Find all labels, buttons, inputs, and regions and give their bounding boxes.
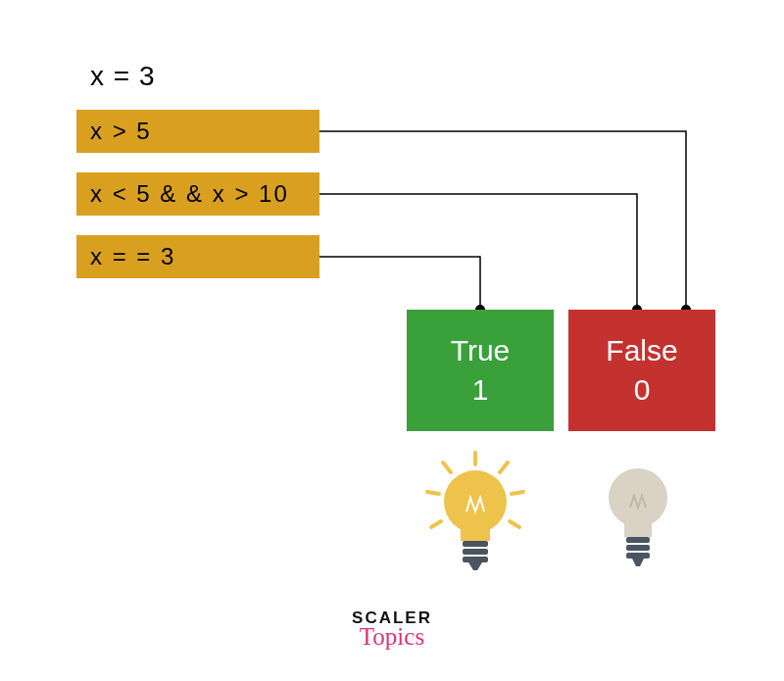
svg-rect-17 [626, 553, 650, 559]
svg-point-14 [609, 468, 667, 527]
svg-line-4 [443, 462, 451, 472]
svg-rect-15 [626, 537, 650, 543]
lightbulb-on-icon [421, 451, 529, 578]
svg-line-8 [431, 521, 441, 527]
svg-line-9 [510, 521, 519, 527]
svg-line-5 [500, 462, 508, 472]
diagram-canvas: x = 3 x > 5 x < 5 & & x > 10 x = = 3 Tru… [0, 0, 784, 681]
svg-rect-16 [626, 545, 650, 551]
brand-logo: SCALER Topics [352, 609, 432, 649]
result-false-box: False 0 [568, 310, 715, 431]
brand-line2: Topics [352, 624, 432, 649]
svg-point-10 [444, 470, 507, 533]
false-value: 0 [634, 370, 651, 411]
lightbulb-off-icon [593, 461, 683, 573]
svg-rect-11 [463, 541, 488, 547]
svg-line-7 [512, 492, 523, 494]
true-label: True [451, 331, 511, 371]
result-true-box: True 1 [407, 310, 554, 431]
true-value: 1 [472, 370, 489, 411]
svg-rect-13 [463, 557, 488, 562]
expression-1: x > 5 [76, 110, 319, 153]
false-label: False [606, 331, 677, 371]
expression-3: x = = 3 [76, 235, 319, 278]
expression-2: x < 5 & & x > 10 [76, 172, 319, 216]
svg-line-6 [427, 492, 439, 494]
svg-rect-12 [463, 549, 488, 555]
assignment-text: x = 3 [90, 61, 155, 92]
